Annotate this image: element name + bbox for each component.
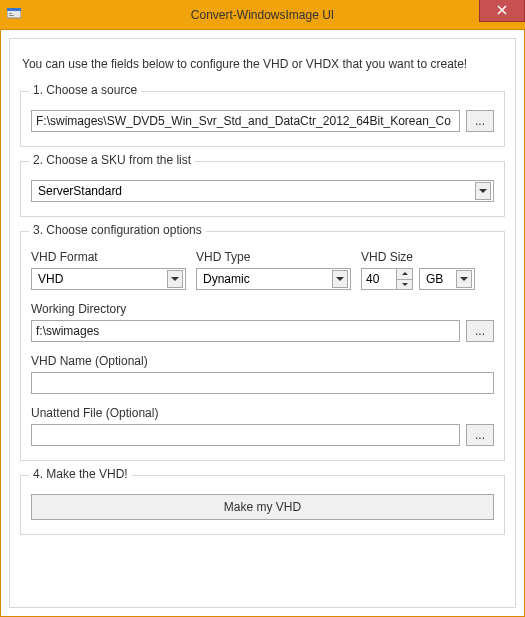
sku-dropdown-arrow-button[interactable] xyxy=(475,182,491,200)
svg-rect-2 xyxy=(9,13,12,14)
working-directory-input[interactable] xyxy=(31,320,460,342)
vhd-name-label: VHD Name (Optional) xyxy=(31,354,494,368)
title-bar: Convert-WindowsImage UI xyxy=(0,0,525,30)
vhd-size-label: VHD Size xyxy=(361,250,481,264)
unattend-file-input[interactable] xyxy=(31,424,460,446)
vhd-size-spinner[interactable] xyxy=(361,268,413,290)
chevron-down-icon xyxy=(479,189,487,193)
group-choose-source-legend: 1. Choose a source xyxy=(29,83,141,97)
group-choose-source: 1. Choose a source ... xyxy=(20,91,505,147)
vhd-size-down-button[interactable] xyxy=(397,280,412,290)
source-browse-button[interactable]: ... xyxy=(466,110,494,132)
group-choose-sku: 2. Choose a SKU from the list ServerStan… xyxy=(20,161,505,217)
vhd-format-dropdown[interactable]: VHD xyxy=(31,268,186,290)
make-vhd-button[interactable]: Make my VHD xyxy=(31,494,494,520)
vhd-format-arrow-button[interactable] xyxy=(167,270,183,288)
chevron-down-icon xyxy=(171,277,179,281)
vhd-format-label: VHD Format xyxy=(31,250,186,264)
vhd-type-dropdown[interactable]: Dynamic xyxy=(196,268,351,290)
group-configuration: 3. Choose configuration options VHD Form… xyxy=(20,231,505,461)
sku-dropdown-value: ServerStandard xyxy=(38,184,471,198)
group-configuration-legend: 3. Choose configuration options xyxy=(29,223,206,237)
group-choose-sku-legend: 2. Choose a SKU from the list xyxy=(29,153,195,167)
working-directory-label: Working Directory xyxy=(31,302,494,316)
chevron-up-icon xyxy=(402,272,408,275)
svg-rect-1 xyxy=(7,8,21,11)
chevron-down-icon xyxy=(336,277,344,281)
chevron-down-icon xyxy=(460,277,468,281)
working-directory-browse-button[interactable]: ... xyxy=(466,320,494,342)
unattend-file-label: Unattend File (Optional) xyxy=(31,406,494,420)
vhd-size-unit-value: GB xyxy=(426,272,452,286)
vhd-type-arrow-button[interactable] xyxy=(332,270,348,288)
close-button[interactable] xyxy=(479,0,525,22)
vhd-type-label: VHD Type xyxy=(196,250,351,264)
app-icon xyxy=(6,7,22,23)
group-make-vhd: 4. Make the VHD! Make my VHD xyxy=(20,475,505,535)
inner-panel: You can use the fields below to configur… xyxy=(9,38,516,608)
close-icon xyxy=(497,5,507,15)
window-body: You can use the fields below to configur… xyxy=(0,30,525,617)
svg-rect-3 xyxy=(9,15,14,16)
vhd-type-value: Dynamic xyxy=(203,272,328,286)
vhd-name-input[interactable] xyxy=(31,372,494,394)
vhd-size-unit-dropdown[interactable]: GB xyxy=(419,268,475,290)
vhd-format-value: VHD xyxy=(38,272,163,286)
chevron-down-icon xyxy=(402,283,408,286)
vhd-size-unit-arrow-button[interactable] xyxy=(456,270,472,288)
group-make-vhd-legend: 4. Make the VHD! xyxy=(29,467,132,481)
unattend-file-browse-button[interactable]: ... xyxy=(466,424,494,446)
vhd-size-input[interactable] xyxy=(362,269,396,289)
intro-text: You can use the fields below to configur… xyxy=(22,55,503,73)
source-path-input[interactable] xyxy=(31,110,460,132)
window-title: Convert-WindowsImage UI xyxy=(0,8,525,22)
sku-dropdown[interactable]: ServerStandard xyxy=(31,180,494,202)
vhd-size-up-button[interactable] xyxy=(397,269,412,280)
